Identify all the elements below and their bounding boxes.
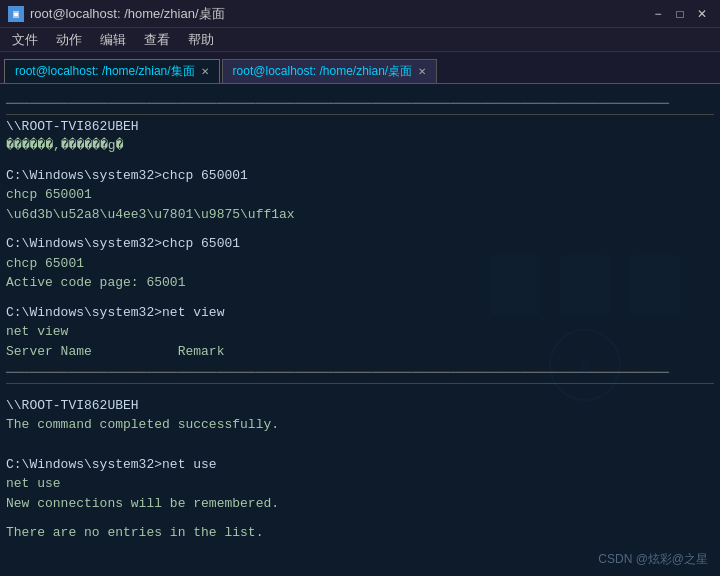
terminal-line-empty: [6, 445, 714, 455]
terminal-line-4: C:\Windows\system32>chcp 650001: [6, 166, 714, 186]
terminal-separator: ────────────────────────────────────────…: [6, 94, 714, 115]
menu-edit[interactable]: 编辑: [92, 29, 134, 51]
terminal-line-10: Active code page: 65001: [6, 273, 714, 293]
terminal-line-21: C:\Windows\system32>net use: [6, 455, 714, 475]
terminal-line-14: Server Name Remark: [6, 342, 714, 362]
tab-1-label: root@localhost: /home/zhian/桌面: [233, 63, 413, 80]
csdn-credit: CSDN @炫彩@之星: [598, 551, 708, 568]
terminal-line-1: \\ROOT-TVI862UBEH: [6, 117, 714, 137]
terminal-line-18: The command completed successfully.: [6, 415, 714, 435]
terminal-line-empty: [6, 386, 714, 396]
menu-action[interactable]: 动作: [48, 29, 90, 51]
terminal-line-5: chcp 650001: [6, 185, 714, 205]
title-bar-left: ▣ root@localhost: /home/zhian/桌面: [8, 5, 225, 23]
terminal-line-8: C:\Windows\system32>chcp 65001: [6, 234, 714, 254]
terminal-line-empty: [6, 156, 714, 166]
minimize-button[interactable]: −: [648, 5, 668, 23]
terminal-separator: ────────────────────────────────────────…: [6, 363, 714, 384]
menu-help[interactable]: 帮助: [180, 29, 222, 51]
title-bar-title: root@localhost: /home/zhian/桌面: [30, 5, 225, 23]
terminal-line-empty: [6, 513, 714, 523]
tab-1-close[interactable]: ✕: [418, 66, 426, 77]
menu-bar: 文件 动作 编辑 查看 帮助: [0, 28, 720, 52]
terminal-line-2: ������,������g�: [6, 136, 714, 156]
menu-file[interactable]: 文件: [4, 29, 46, 51]
maximize-button[interactable]: □: [670, 5, 690, 23]
terminal-line-6: \u6d3b\u52a8\u4ee3\u7801\u9875\uff1ax: [6, 205, 714, 225]
terminal-line-empty: [6, 293, 714, 303]
terminal-area[interactable]: 龙 ──────────────────────────────────────…: [0, 84, 720, 576]
terminal-line-17: \\ROOT-TVI862UBEH: [6, 396, 714, 416]
tab-0[interactable]: root@localhost: /home/zhian/集面 ✕: [4, 59, 220, 83]
terminal-line-9: chcp 65001: [6, 254, 714, 274]
tab-1[interactable]: root@localhost: /home/zhian/桌面 ✕: [222, 59, 438, 83]
terminal-line-22: net use: [6, 474, 714, 494]
terminal-line-13: net view: [6, 322, 714, 342]
terminal-line-23: New connections will be remembered.: [6, 494, 714, 514]
close-button[interactable]: ✕: [692, 5, 712, 23]
terminal-line-empty: [6, 435, 714, 445]
app-icon: ▣: [8, 6, 24, 22]
terminal-line-empty: [6, 543, 714, 553]
terminal-line-25: There are no entries in the list.: [6, 523, 714, 543]
terminal-content: ────────────────────────────────────────…: [6, 94, 714, 553]
window-controls: − □ ✕: [648, 5, 712, 23]
title-bar: ▣ root@localhost: /home/zhian/桌面 − □ ✕: [0, 0, 720, 28]
tab-0-label: root@localhost: /home/zhian/集面: [15, 63, 195, 80]
terminal-line-empty: [6, 224, 714, 234]
tab-bar: root@localhost: /home/zhian/集面 ✕ root@lo…: [0, 52, 720, 84]
menu-view[interactable]: 查看: [136, 29, 178, 51]
terminal-line-12: C:\Windows\system32>net view: [6, 303, 714, 323]
tab-0-close[interactable]: ✕: [201, 66, 209, 77]
